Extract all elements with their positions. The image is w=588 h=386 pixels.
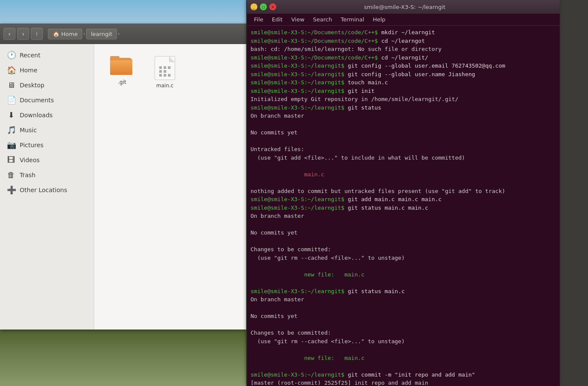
file-manager-window: ‹ › ↑ 🏠 Home › learngit › 🕐 Recent 🏠 Hom… (0, 24, 246, 330)
back-button[interactable]: ‹ (3, 28, 15, 40)
sidebar-label-music: Music (20, 127, 37, 134)
fm-sidebar: 🕐 Recent 🏠 Home 🖥 Desktop 📄 Documents ⬇ … (0, 44, 94, 330)
sidebar-label-home: Home (20, 67, 37, 74)
fm-content: .git ■ ■ ■■ ■■ ■ ■ main.c (94, 44, 246, 330)
pictures-icon: 📷 (7, 140, 15, 149)
home-icon: 🏠 (7, 65, 15, 74)
close-button[interactable]: ✕ (269, 3, 276, 10)
recent-icon: 🕐 (7, 50, 15, 59)
sidebar-item-downloads[interactable]: ⬇ Downloads (0, 107, 94, 122)
desktop-icon: 🖥 (7, 80, 15, 89)
sidebar-item-desktop[interactable]: 🖥 Desktop (0, 77, 94, 92)
breadcrumb-home-label: Home (61, 31, 78, 37)
breadcrumb-arrow-2: › (118, 31, 120, 37)
sidebar-item-other-locations[interactable]: ➕ Other Locations (0, 182, 94, 197)
folder-front (110, 60, 132, 75)
sidebar-label-videos: Videos (20, 157, 40, 163)
sidebar-label-trash: Trash (20, 172, 36, 178)
videos-icon: 🎞 (7, 155, 15, 164)
up-button[interactable]: ↑ (31, 28, 43, 40)
folder-icon (110, 56, 134, 77)
breadcrumb-arrow: › (83, 31, 85, 37)
sidebar-item-trash[interactable]: 🗑 Trash (0, 167, 94, 182)
sidebar-item-videos[interactable]: 🎞 Videos (0, 152, 94, 167)
sidebar-label-other-locations: Other Locations (20, 187, 67, 193)
menu-terminal[interactable]: Terminal (337, 15, 367, 24)
file-name-mainc: main.c (156, 83, 173, 89)
downloads-icon: ⬇ (7, 110, 15, 119)
file-item-git[interactable]: .git (103, 53, 141, 92)
trash-icon: 🗑 (7, 170, 15, 179)
terminal-window: _ □ ✕ smile@smile-X3-S: ~/learngit File … (247, 0, 560, 386)
minimize-button[interactable]: _ (251, 3, 257, 10)
terminal-titlebar: _ □ ✕ smile@smile-X3-S: ~/learngit (247, 0, 560, 14)
file-item-mainc[interactable]: ■ ■ ■■ ■■ ■ ■ main.c (146, 53, 184, 92)
sidebar-label-documents: Documents (20, 97, 54, 104)
file-icon-text: ■ ■ ■■ ■■ ■ ■ (155, 56, 175, 80)
sidebar-item-home[interactable]: 🏠 Home (0, 62, 94, 77)
sidebar-item-music[interactable]: 🎵 Music (0, 122, 94, 137)
file-text-content: ■ ■ ■■ ■■ ■ ■ (159, 59, 171, 77)
breadcrumb-home[interactable]: 🏠 Home (48, 29, 82, 39)
menu-search[interactable]: Search (310, 15, 336, 24)
sidebar-label-downloads: Downloads (20, 112, 53, 119)
sidebar-label-recent: Recent (20, 52, 40, 59)
music-icon: 🎵 (7, 125, 15, 134)
menu-file[interactable]: File (251, 15, 267, 24)
menu-edit[interactable]: Edit (269, 15, 286, 24)
breadcrumb-learngit-label: learngit (91, 31, 112, 37)
maximize-button[interactable]: □ (260, 3, 267, 10)
forward-button[interactable]: › (17, 28, 29, 40)
fm-toolbar: ‹ › ↑ 🏠 Home › learngit › (0, 24, 246, 44)
sidebar-label-pictures: Pictures (20, 142, 43, 148)
other-locations-icon: ➕ (7, 185, 15, 194)
sidebar-label-desktop: Desktop (20, 82, 45, 89)
sidebar-item-recent[interactable]: 🕐 Recent (0, 48, 94, 62)
sidebar-item-pictures[interactable]: 📷 Pictures (0, 137, 94, 152)
terminal-menubar: File Edit View Search Terminal Help (247, 14, 560, 26)
menu-help[interactable]: Help (369, 15, 389, 24)
sidebar-item-documents[interactable]: 📄 Documents (0, 92, 94, 107)
home-icon: 🏠 (53, 31, 60, 37)
terminal-content[interactable]: smile@smile-X3-S:~/Documents/code/C++$ m… (247, 26, 560, 386)
fm-body: 🕐 Recent 🏠 Home 🖥 Desktop 📄 Documents ⬇ … (0, 44, 246, 330)
terminal-title: smile@smile-X3-S: ~/learngit (279, 4, 531, 10)
breadcrumb: 🏠 Home › learngit › (48, 29, 239, 39)
breadcrumb-learngit[interactable]: learngit (86, 29, 117, 39)
documents-icon: 📄 (7, 95, 15, 104)
file-name-git: .git (118, 79, 126, 85)
menu-view[interactable]: View (288, 15, 308, 24)
